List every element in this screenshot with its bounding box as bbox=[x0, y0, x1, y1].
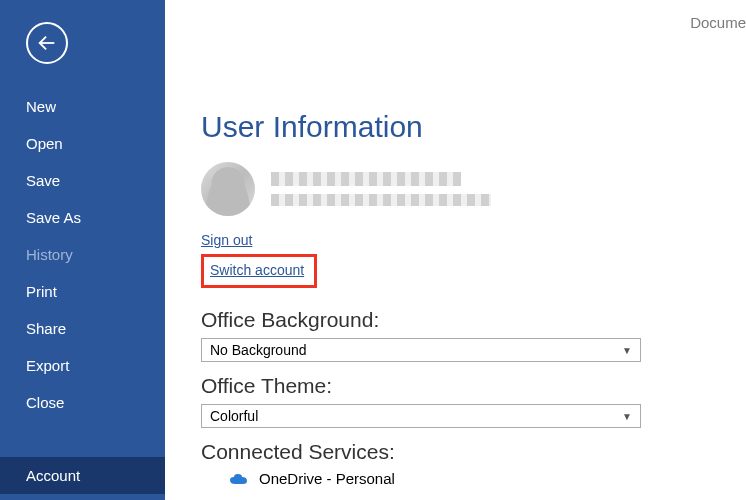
office-background-value: No Background bbox=[210, 342, 307, 358]
redacted-user-details bbox=[271, 172, 491, 206]
switch-account-highlight: Switch account bbox=[201, 254, 317, 288]
window-title-fragment: Docume bbox=[690, 14, 746, 31]
connected-service-row: OneDrive - Personal bbox=[201, 470, 746, 487]
redacted-email bbox=[271, 194, 491, 206]
sidebar-item-open[interactable]: Open bbox=[0, 125, 165, 162]
backstage-sidebar: New Open Save Save As History Print Shar… bbox=[0, 0, 165, 500]
sidebar-item-close[interactable]: Close bbox=[0, 384, 165, 421]
sidebar-item-save[interactable]: Save bbox=[0, 162, 165, 199]
user-row bbox=[201, 162, 746, 216]
office-theme-value: Colorful bbox=[210, 408, 258, 424]
arrow-left-icon bbox=[36, 32, 58, 54]
avatar bbox=[201, 162, 255, 216]
office-background-label: Office Background: bbox=[201, 308, 746, 332]
sidebar-item-print[interactable]: Print bbox=[0, 273, 165, 310]
sidebar-item-save-as[interactable]: Save As bbox=[0, 199, 165, 236]
sign-out-link[interactable]: Sign out bbox=[201, 232, 252, 248]
office-theme-label: Office Theme: bbox=[201, 374, 746, 398]
office-background-dropdown[interactable]: No Background ▼ bbox=[201, 338, 641, 362]
onedrive-icon bbox=[229, 472, 249, 486]
connected-service-name: OneDrive - Personal bbox=[259, 470, 395, 487]
sidebar-spacer bbox=[0, 421, 165, 457]
sidebar-item-account[interactable]: Account bbox=[0, 457, 165, 494]
office-theme-dropdown[interactable]: Colorful ▼ bbox=[201, 404, 641, 428]
back-button[interactable] bbox=[26, 22, 68, 64]
connected-services-label: Connected Services: bbox=[201, 440, 746, 464]
sidebar-item-export[interactable]: Export bbox=[0, 347, 165, 384]
redacted-name bbox=[271, 172, 461, 186]
sidebar-item-share[interactable]: Share bbox=[0, 310, 165, 347]
switch-account-link[interactable]: Switch account bbox=[210, 262, 304, 278]
account-pane: Docume User Information Sign out Switch … bbox=[165, 0, 746, 500]
user-information-heading: User Information bbox=[201, 110, 746, 144]
sidebar-item-history[interactable]: History bbox=[0, 236, 165, 273]
chevron-down-icon: ▼ bbox=[622, 411, 632, 422]
chevron-down-icon: ▼ bbox=[622, 345, 632, 356]
sidebar-item-new[interactable]: New bbox=[0, 88, 165, 125]
